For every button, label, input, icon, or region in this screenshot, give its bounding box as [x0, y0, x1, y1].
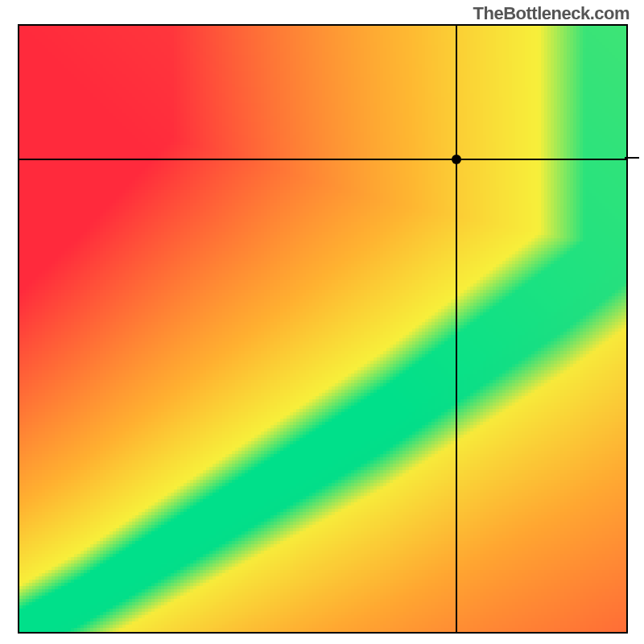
marker-dot — [452, 155, 461, 164]
plot-frame — [18, 24, 628, 634]
crosshair-horizontal — [19, 159, 626, 160]
heatmap-canvas — [19, 26, 626, 632]
attribution-text: TheBottleneck.com — [473, 3, 630, 24]
chart-container: TheBottleneck.com — [0, 0, 644, 644]
crosshair-vertical — [456, 26, 457, 632]
crosshair-horizontal-overflow — [625, 157, 639, 159]
